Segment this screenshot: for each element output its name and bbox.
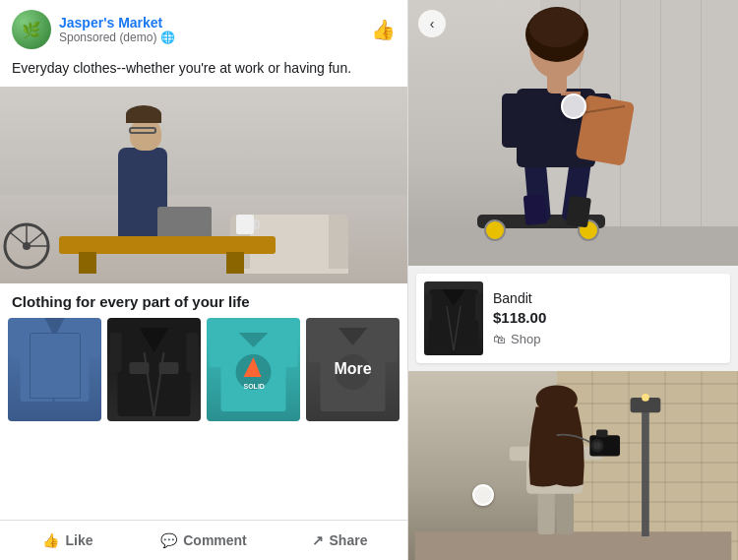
product-name: Bandit bbox=[493, 290, 722, 306]
shirt-svg-blue bbox=[8, 318, 101, 421]
svg-rect-54 bbox=[424, 293, 432, 321]
product-detail-panel: ‹ bbox=[408, 0, 738, 560]
like-icon: 👍 bbox=[42, 532, 59, 548]
svg-rect-25 bbox=[282, 338, 298, 367]
svg-rect-62 bbox=[538, 489, 555, 534]
post-main-image bbox=[0, 87, 407, 283]
svg-rect-24 bbox=[210, 338, 225, 367]
svg-text:SOLID: SOLID bbox=[244, 383, 265, 390]
facebook-post-panel: 🌿 Jasper's Market Sponsored (demo) 🌐 👍 E… bbox=[0, 0, 408, 560]
photographer-svg bbox=[408, 371, 738, 560]
photographer-image bbox=[408, 371, 738, 560]
page-avatar[interactable]: 🌿 bbox=[12, 10, 51, 49]
post-action-bar: 👍 Like 💬 Comment ↗ Share bbox=[0, 520, 407, 560]
svg-rect-63 bbox=[557, 489, 574, 534]
svg-line-4 bbox=[10, 232, 27, 246]
more-overlay[interactable]: More bbox=[306, 318, 400, 421]
share-button[interactable]: ↗ Share bbox=[272, 525, 407, 556]
skater-hero-image bbox=[408, 0, 738, 266]
shop-button[interactable]: 🛍 Shop bbox=[493, 332, 722, 346]
svg-rect-70 bbox=[596, 430, 608, 438]
svg-point-69 bbox=[593, 442, 601, 450]
svg-rect-58 bbox=[415, 531, 732, 560]
svg-line-5 bbox=[27, 232, 43, 246]
page-name[interactable]: Jasper's Market bbox=[59, 15, 371, 31]
svg-rect-20 bbox=[130, 362, 150, 374]
bicycle-decoration bbox=[0, 175, 54, 274]
more-label: More bbox=[334, 360, 371, 378]
svg-rect-55 bbox=[475, 293, 483, 321]
svg-point-13 bbox=[52, 369, 56, 373]
share-icon: ↗ bbox=[312, 532, 324, 548]
post-header: 🌿 Jasper's Market Sponsored (demo) 🌐 👍 bbox=[0, 0, 407, 55]
svg-rect-43 bbox=[502, 93, 522, 148]
product-more[interactable]: More bbox=[306, 318, 400, 421]
post-meta: Jasper's Market Sponsored (demo) 🌐 bbox=[59, 15, 371, 45]
product-teal-tshirt[interactable]: SOLID bbox=[207, 318, 300, 421]
product-hotspot-skater[interactable] bbox=[561, 93, 586, 119]
back-arrow-icon: ‹ bbox=[430, 16, 435, 31]
section-title: Clothing for every part of your life bbox=[0, 283, 407, 318]
jacket-svg bbox=[107, 318, 201, 421]
thumbs-up-icon[interactable]: 👍 bbox=[371, 18, 396, 41]
svg-point-51 bbox=[529, 8, 584, 47]
svg-point-36 bbox=[485, 220, 505, 240]
comment-button[interactable]: 💬 Comment bbox=[136, 525, 272, 556]
svg-point-12 bbox=[52, 357, 56, 361]
svg-rect-21 bbox=[159, 362, 179, 374]
svg-rect-41 bbox=[523, 194, 548, 225]
post-caption: Everyday clothes--whether you're at work… bbox=[0, 55, 407, 87]
back-button[interactable]: ‹ bbox=[418, 10, 446, 37]
svg-rect-65 bbox=[510, 447, 530, 461]
svg-rect-17 bbox=[187, 333, 199, 372]
product-jacket-svg bbox=[424, 281, 483, 355]
svg-point-11 bbox=[52, 345, 56, 349]
globe-icon: 🌐 bbox=[160, 31, 175, 44]
comment-label: Comment bbox=[183, 532, 247, 548]
svg-rect-59 bbox=[642, 400, 649, 536]
svg-rect-34 bbox=[408, 226, 738, 266]
svg-point-61 bbox=[642, 394, 649, 402]
product-price: $118.00 bbox=[493, 309, 722, 326]
sponsored-label: Sponsored (demo) 🌐 bbox=[59, 31, 371, 44]
comment-icon: 💬 bbox=[160, 532, 177, 548]
product-card-info: Bandit $118.00 🛍 Shop bbox=[493, 290, 722, 346]
svg-point-73 bbox=[536, 385, 578, 413]
like-label: Like bbox=[65, 532, 92, 548]
product-blue-shirt[interactable] bbox=[8, 318, 101, 421]
like-button[interactable]: 👍 Like bbox=[0, 525, 136, 556]
product-leather-jacket[interactable] bbox=[107, 318, 201, 421]
product-card-image bbox=[424, 281, 483, 355]
sponsored-text: Sponsored (demo) bbox=[59, 31, 156, 44]
svg-rect-9 bbox=[85, 323, 99, 357]
share-label: Share bbox=[330, 532, 368, 548]
tshirt-svg: SOLID bbox=[207, 318, 300, 421]
svg-rect-16 bbox=[110, 333, 122, 372]
products-grid: SOLID More bbox=[0, 318, 407, 429]
product-hotspot-photographer[interactable] bbox=[472, 484, 494, 506]
skater-svg bbox=[408, 0, 738, 266]
svg-rect-39 bbox=[566, 196, 591, 228]
shop-icon: 🛍 bbox=[493, 332, 506, 346]
svg-rect-8 bbox=[11, 323, 26, 357]
product-card: Bandit $118.00 🛍 Shop bbox=[416, 274, 730, 363]
shop-label: Shop bbox=[511, 332, 540, 346]
